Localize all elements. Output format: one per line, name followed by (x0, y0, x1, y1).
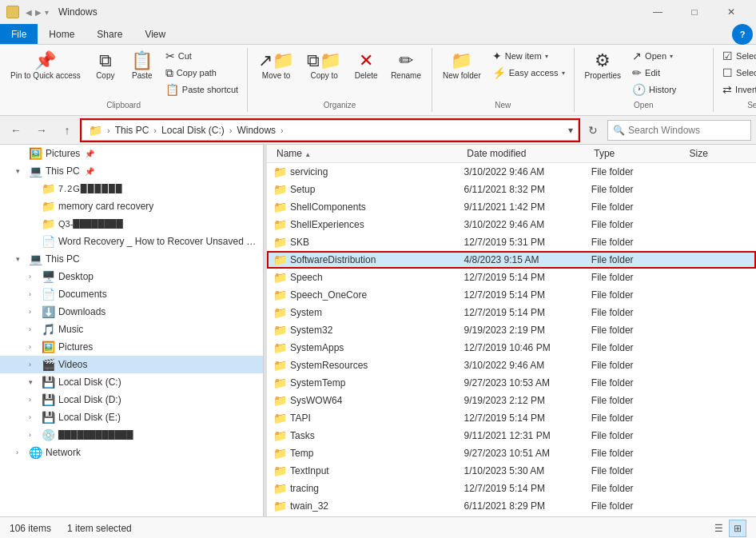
sidebar-item-this-pc-quick[interactable]: ▾ 💻 This PC 📌 (0, 162, 263, 180)
edit-icon: ✏ (632, 66, 642, 79)
sidebar-item-blurred-drive[interactable]: › 💿 ████████████ (0, 426, 263, 444)
pin-quick-access-button[interactable]: 📌 Pin to Quick access (5, 48, 86, 101)
tab-share[interactable]: Share (86, 24, 133, 44)
view-buttons: ☰ ⊞ (710, 520, 746, 537)
new-item-icon: ✦ (492, 50, 502, 62)
rename-button[interactable]: ✏ Rename (385, 48, 427, 101)
properties-button[interactable]: ⚙ Properties (579, 48, 627, 101)
file-row-servicing[interactable]: 📁 servicing 3/10/2022 9:46 AM File folde… (267, 163, 756, 181)
new-item-button[interactable]: ✦ New item ▾ (488, 48, 569, 64)
ribbon-group-clipboard: 📌 Pin to Quick access ⧉ Copy 📋 Paste ✂ (0, 48, 248, 112)
sidebar-item-this-pc-main[interactable]: ▾ 💻 This PC (0, 250, 263, 268)
sidebar-item-local-disk-e[interactable]: › 💾 Local Disk (E:) (0, 408, 263, 426)
file-row-tracing[interactable]: 📁 tracing 12/7/2019 5:14 PM File folder (267, 480, 756, 497)
col-header-size[interactable]: Size (686, 146, 750, 161)
copy-button[interactable]: ⧉ Copy (88, 48, 123, 101)
sidebar-item-downloads[interactable]: › ⬇️ Downloads (0, 303, 263, 321)
sidebar-item-pictures-main[interactable]: › 🖼️ Pictures (0, 338, 263, 356)
sidebar-item-local-disk-d[interactable]: › 💾 Local Disk (D:) (0, 391, 263, 408)
address-folder-icon: 📁 (89, 124, 102, 137)
col-header-date[interactable]: Date modified (464, 146, 591, 161)
sidebar-item-pictures-quick[interactable]: 🖼️ Pictures 📌 (0, 145, 263, 162)
refresh-button[interactable]: ↻ (582, 119, 604, 141)
file-row-twain32[interactable]: 📁 twain_32 6/11/2021 8:29 PM File folder (267, 497, 756, 515)
folder-icon: 📁 (273, 183, 287, 196)
ribbon-content: 📌 Pin to Quick access ⧉ Copy 📋 Paste ✂ (0, 45, 756, 115)
sidebar-item-q3[interactable]: 📁 Q3-████████ (0, 215, 263, 233)
file-row-speech-onecore[interactable]: 📁 Speech_OneCore 12/7/2019 5:14 PM File … (267, 286, 756, 304)
new-folder-button[interactable]: 📁 New folder (437, 48, 487, 101)
folder-icon: 📁 (273, 429, 287, 442)
file-row-shellcomponents[interactable]: 📁 ShellComponents 9/11/2021 1:42 PM File… (267, 198, 756, 216)
folder-icon: 📁 (273, 482, 287, 495)
address-bar[interactable]: 📁 › This PC › Local Disk (C:) › Windows … (82, 120, 563, 141)
sidebar-item-desktop[interactable]: › 🖥️ Desktop (0, 268, 263, 285)
sidebar-item-word-recovery[interactable]: 📄 Word Recovery _ How to Recover Unsaved… (0, 233, 263, 250)
sidebar-item-local-disk-c[interactable]: ▾ 💾 Local Disk (C:) (0, 373, 263, 391)
sidebar-item-network[interactable]: › 🌐 Network (0, 444, 263, 461)
easy-access-button[interactable]: ⚡ Easy access ▾ (488, 65, 569, 81)
cut-button[interactable]: ✂ Cut (161, 48, 242, 64)
file-row-systemtemp[interactable]: 📁 SystemTemp 9/27/2023 10:53 AM File fol… (267, 374, 756, 392)
close-button[interactable]: ✕ (713, 0, 750, 24)
folder-icon: 📁 (273, 201, 287, 213)
history-button[interactable]: 🕐 History (628, 82, 708, 98)
sidebar-item-videos[interactable]: › 🎬 Videos (0, 356, 263, 373)
search-input[interactable] (628, 125, 746, 136)
file-row-system32[interactable]: 📁 System32 9/19/2023 2:19 PM File folder (267, 321, 756, 339)
copy-path-button[interactable]: ⧉ Copy path (161, 65, 242, 81)
invert-selection-button[interactable]: ⇄ Invert selection (718, 82, 756, 98)
ribbon-tab-bar: File Home Share View ? (0, 24, 756, 45)
address-part-local-disk[interactable]: Local Disk (C:) (161, 125, 225, 136)
file-row-syswow64[interactable]: 📁 SysWOW64 9/19/2023 2:12 PM File folder (267, 392, 756, 409)
file-row-system[interactable]: 📁 System 12/7/2019 5:14 PM File folder (267, 304, 756, 321)
tab-file[interactable]: File (0, 24, 38, 44)
delete-button[interactable]: ✕ Delete (348, 48, 384, 101)
up-button[interactable]: ↑ (56, 119, 78, 141)
maximize-button[interactable]: □ (676, 0, 713, 24)
file-row-textinput[interactable]: 📁 TextInput 1/10/2023 5:30 AM File folde… (267, 462, 756, 480)
easy-access-icon: ⚡ (492, 66, 506, 79)
copy-to-button[interactable]: ⧉📁 Copy to (301, 48, 347, 101)
file-row-shellexperiences[interactable]: 📁 ShellExperiences 3/10/2022 9:46 AM Fil… (267, 216, 756, 233)
address-part-this-pc[interactable]: This PC (115, 125, 149, 136)
paste-button[interactable]: 📋 Paste (125, 48, 160, 101)
open-button[interactable]: ↗ Open ▾ (628, 48, 708, 64)
file-row-systemapps[interactable]: 📁 SystemApps 12/7/2019 10:46 PM File fol… (267, 339, 756, 357)
file-row-softwaredistribution[interactable]: 📁 SoftwareDistribution 4/8/2023 9:15 AM … (267, 251, 756, 269)
file-row-temp[interactable]: 📁 Temp 9/27/2023 10:51 AM File folder (267, 444, 756, 462)
folder-icon: 📁 (273, 447, 287, 460)
sidebar-item-memory-card[interactable]: 📁 memory card recovery (0, 197, 263, 215)
sidebar-item-blurred-1[interactable]: 📁 7.2G██████ (0, 180, 263, 197)
invert-icon: ⇄ (722, 83, 732, 96)
details-view-button[interactable]: ☰ (710, 520, 727, 537)
sidebar-item-music[interactable]: › 🎵 Music (0, 321, 263, 338)
select-none-button[interactable]: ☐ Select none (718, 65, 756, 81)
tab-view[interactable]: View (133, 24, 177, 44)
forward-button[interactable]: → (30, 119, 53, 141)
tab-home[interactable]: Home (38, 24, 86, 44)
edit-button[interactable]: ✏ Edit (628, 65, 708, 81)
help-button[interactable]: ? (732, 24, 753, 45)
paste-shortcut-button[interactable]: 📋 Paste shortcut (161, 82, 242, 98)
title-bar-folder-icon (6, 6, 19, 18)
address-dropdown-button[interactable]: ▾ (563, 120, 579, 141)
sidebar-item-documents[interactable]: › 📄 Documents (0, 285, 263, 303)
minimize-button[interactable]: — (639, 0, 676, 24)
file-row-skb[interactable]: 📁 SKB 12/7/2019 5:31 PM File folder (267, 233, 756, 251)
file-row-speech[interactable]: 📁 Speech 12/7/2019 5:14 PM File folder (267, 269, 756, 286)
folder-icon: 📁 (273, 289, 287, 301)
col-header-type[interactable]: Type (591, 146, 686, 161)
file-row-setup[interactable]: 📁 Setup 6/11/2021 8:32 PM File folder (267, 181, 756, 198)
file-row-tasks[interactable]: 📁 Tasks 9/11/2021 12:31 PM File folder (267, 427, 756, 444)
address-part-windows[interactable]: Windows (237, 125, 276, 136)
file-row-systemresources[interactable]: 📁 SystemResources 3/10/2022 9:46 AM File… (267, 357, 756, 374)
list-view-button[interactable]: ⊞ (729, 520, 746, 537)
ribbon: File Home Share View ? 📌 Pin to Quick ac… (0, 24, 756, 116)
file-row-tapi[interactable]: 📁 TAPI 12/7/2019 5:14 PM File folder (267, 409, 756, 427)
move-to-button[interactable]: ↗📁 Move to (253, 48, 300, 101)
col-header-name[interactable]: Name ▲ (273, 146, 464, 161)
search-icon: 🔍 (613, 125, 625, 136)
back-button[interactable]: ← (5, 119, 27, 141)
select-all-button[interactable]: ☑ Select all (718, 48, 756, 64)
